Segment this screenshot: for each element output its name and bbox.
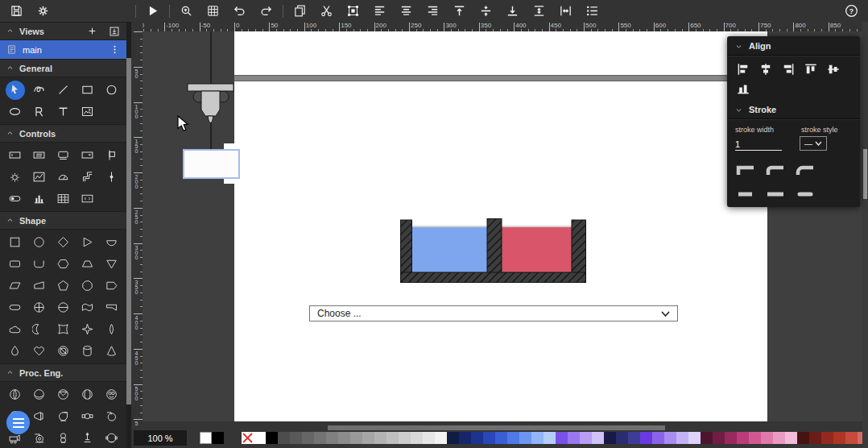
tool-c-tank[interactable] [99, 144, 123, 166]
tool-s-quad[interactable] [27, 275, 52, 297]
align-left-button[interactable] [732, 60, 754, 79]
tool-s-pill[interactable] [3, 297, 27, 318]
align-bottom-button[interactable] [732, 79, 754, 98]
toolbar-copy-button[interactable] [290, 2, 310, 20]
toolbar-align-center-button[interactable] [396, 2, 416, 20]
toolbar-list-button[interactable] [582, 2, 602, 20]
palette-swatch-#3a5fd4[interactable] [495, 432, 507, 444]
tool-p-tri[interactable] [52, 384, 76, 405]
palette-swatch-#a98cf0[interactable] [664, 432, 676, 444]
palette-swatch-#b3b3b3[interactable] [374, 432, 386, 444]
dual-tank-shape[interactable] [400, 218, 587, 283]
palette-swatch-#982a5e[interactable] [725, 432, 737, 444]
toolbar-undo-button[interactable] [229, 2, 250, 20]
toolbar-align-middle-button[interactable] [476, 2, 496, 20]
tool-c-chart[interactable] [27, 166, 52, 188]
tool-p-valve[interactable] [3, 384, 27, 405]
tool-c-code[interactable] [75, 188, 99, 209]
toolbar-settings-button[interactable] [33, 2, 53, 20]
tool-s-circle[interactable] [27, 231, 52, 253]
tool-s-bowl[interactable] [99, 231, 123, 253]
palette-swatch-#f2f2f2[interactable] [435, 432, 447, 444]
corner-rounded-button[interactable] [765, 163, 787, 177]
palette-swatch-#4f7ae6[interactable] [507, 432, 519, 444]
tool-p-twin[interactable] [52, 427, 76, 448]
tool-p-horn[interactable] [27, 405, 52, 427]
tool-s-oct[interactable] [75, 275, 99, 297]
toolbar-distribute-vertical-button[interactable] [529, 2, 549, 20]
toolbar-align-top-button[interactable] [449, 2, 469, 20]
align-vcenter-button[interactable] [822, 60, 845, 79]
selected-input-control[interactable] [183, 149, 240, 179]
palette-swatch-#737373[interactable] [314, 432, 326, 444]
export-view-button[interactable] [109, 26, 120, 37]
palette-swatch-#4d142e[interactable] [701, 432, 713, 444]
palette-swatch-#101c45[interactable] [447, 432, 459, 444]
section-proc-eng-header[interactable]: Proc. Eng. [0, 363, 126, 382]
gray-bar-shape[interactable] [234, 75, 727, 81]
corner-miter-button[interactable] [735, 163, 757, 177]
palette-swatch-#000000[interactable] [266, 432, 278, 444]
cap-round-button[interactable] [795, 189, 816, 199]
palette-swatch-#dcd2fa[interactable] [688, 432, 701, 444]
align-hcenter-button[interactable] [754, 60, 777, 79]
toolbar-distribute-horizontal-button[interactable] [556, 2, 576, 20]
toolbar-grid-button[interactable] [203, 2, 223, 20]
palette-swatch-#2b2b70[interactable] [616, 432, 628, 444]
tool-s-bracket[interactable] [99, 297, 123, 318]
palette-swatch-#ea9ac2[interactable] [773, 432, 785, 444]
stroke-style-select[interactable]: — [800, 136, 827, 151]
tool-p-globe[interactable] [75, 384, 99, 405]
toolbar-run-button[interactable] [143, 2, 163, 20]
choose-dropdown[interactable]: Choose ... [309, 305, 678, 321]
cap-butt-button[interactable] [735, 189, 757, 199]
palette-swatch-#ba3d79[interactable] [737, 432, 749, 444]
palette-swatch-#9a77ee[interactable] [568, 432, 580, 444]
tool-g-line[interactable] [52, 79, 76, 101]
toolbar-align-right-button[interactable] [423, 2, 443, 20]
tool-s-tri-right[interactable] [75, 231, 99, 253]
palette-swatch-#a6a6a6[interactable] [362, 432, 374, 444]
tool-s-lens[interactable] [99, 318, 123, 340]
tool-s-heart[interactable] [27, 340, 52, 362]
tool-g-text[interactable] [52, 101, 76, 122]
tool-c-pipe[interactable] [75, 166, 99, 188]
tool-g-cursor[interactable] [3, 79, 27, 101]
palette-swatch-#b5cdfb[interactable] [544, 432, 556, 444]
toolbar-align-bottom-button[interactable] [502, 2, 523, 20]
tool-p-port[interactable] [99, 427, 123, 448]
align-right-button[interactable] [777, 60, 800, 79]
align-top-button[interactable] [800, 60, 822, 79]
palette-swatch-#df79aa[interactable] [761, 432, 773, 444]
tool-p-spout[interactable] [99, 405, 123, 427]
tool-p-flanged[interactable] [75, 405, 99, 427]
toolbar-redo-button[interactable] [256, 2, 276, 20]
tool-s-para[interactable] [3, 275, 27, 297]
palette-swatch-#c44b3e[interactable] [845, 432, 858, 444]
horizontal-scrollbar-thumb[interactable] [328, 425, 665, 430]
palette-swatch-#999999[interactable] [350, 432, 362, 444]
tool-s-circ-cross[interactable] [27, 297, 52, 318]
tool-c-select[interactable] [75, 144, 99, 166]
tool-p-agitator[interactable] [75, 427, 99, 448]
toolbar-align-left-button[interactable] [370, 2, 390, 20]
toolbar-zoom-in-button[interactable] [176, 2, 196, 20]
tool-c-button[interactable] [52, 144, 76, 166]
tool-s-cloud[interactable] [3, 318, 27, 340]
tool-g-curve[interactable] [27, 79, 52, 101]
tool-g-rect[interactable] [75, 79, 99, 101]
tool-g-ellipse[interactable] [3, 101, 27, 122]
fill-color-swatch[interactable] [200, 432, 212, 444]
tool-s-cone[interactable] [99, 340, 123, 362]
palette-swatch-#3d3d99[interactable] [628, 432, 640, 444]
palette-swatch-#bfbfbf[interactable] [386, 432, 399, 444]
tool-s-star4[interactable] [75, 318, 99, 340]
tool-c-slider[interactable] [99, 166, 123, 188]
filling-nozzle-shape[interactable] [181, 31, 238, 152]
cap-square-button[interactable] [765, 189, 787, 199]
add-view-button[interactable] [87, 26, 97, 36]
toolbar-save-button[interactable] [6, 2, 27, 20]
toolbar-select-area-button[interactable] [343, 2, 363, 20]
palette-swatch-#d15892[interactable] [749, 432, 761, 444]
tool-p-gear[interactable] [99, 384, 123, 405]
